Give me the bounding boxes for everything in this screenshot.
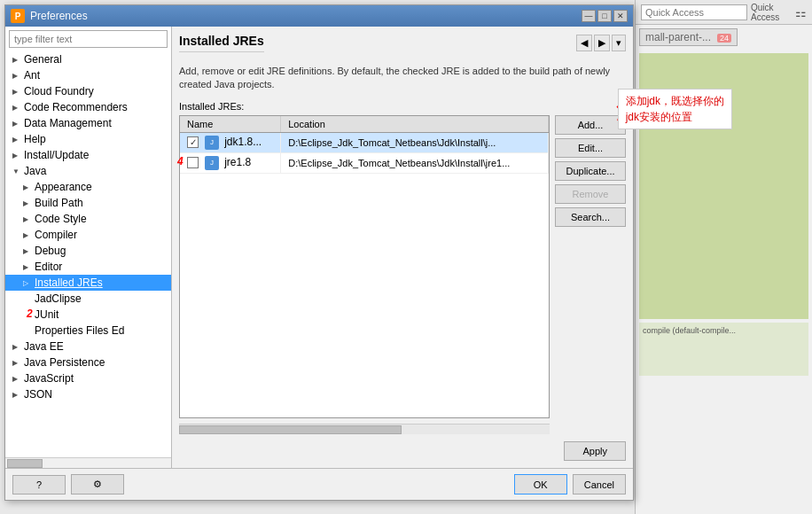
tree-item-general[interactable]: ▶ General bbox=[5, 51, 171, 67]
edit-button[interactable]: Edit... bbox=[555, 138, 626, 158]
arrow-icon: ▶ bbox=[12, 56, 21, 64]
tree-item-code-recommenders[interactable]: ▶ Code Recommenders bbox=[5, 99, 171, 115]
arrow-icon: ▶ bbox=[12, 104, 21, 112]
jre-table-container[interactable]: Name Location ✓ J jdk1.8... bbox=[179, 115, 550, 418]
tree-item-help[interactable]: ▶ Help bbox=[5, 131, 171, 147]
maximize-button[interactable]: □ bbox=[597, 10, 612, 22]
nav-dropdown-button[interactable]: ▾ bbox=[612, 35, 626, 51]
tree-item-cloud-foundry[interactable]: ▶ Cloud Foundry bbox=[5, 83, 171, 99]
quick-access-bar: Quick Access ⚏ bbox=[636, 0, 812, 25]
title-left: P Preferences bbox=[11, 9, 88, 23]
tree-item-java[interactable]: ▼ Java bbox=[5, 163, 171, 179]
row-location-cell: D:\Eclipse_Jdk_Tomcat_Netbeans\Jdk\Insta… bbox=[281, 152, 549, 173]
tab-label: mall-parent-... bbox=[645, 31, 711, 43]
dialog-titlebar: P Preferences — □ ✕ bbox=[5, 5, 633, 27]
arrow-icon: ▶ bbox=[23, 247, 32, 255]
preferences-dialog: P Preferences — □ ✕ ▶ General ▶ Ant bbox=[4, 4, 634, 501]
eclipse-tab[interactable]: mall-parent-... 24 bbox=[639, 28, 738, 46]
arrow-icon: ▶ bbox=[23, 263, 32, 271]
content-area: Name Location ✓ J jdk1.8... bbox=[179, 115, 626, 434]
jre-checkbox[interactable] bbox=[187, 157, 199, 168]
tree-item-ant[interactable]: ▶ Ant bbox=[5, 67, 171, 83]
tree-scrollbar-thumb[interactable] bbox=[7, 459, 43, 468]
help-button[interactable]: ? bbox=[12, 475, 66, 495]
tree-item-javascript[interactable]: ▶ JavaScript bbox=[5, 370, 171, 386]
tree-item-editor[interactable]: ▶ Editor bbox=[5, 259, 171, 275]
jre-table: Name Location ✓ J jdk1.8... bbox=[180, 116, 549, 174]
row-name-cell: ✓ J jdk1.8... bbox=[180, 132, 281, 152]
quick-access-input[interactable] bbox=[641, 4, 747, 20]
nav-toolbar: ◀ ▶ ▾ bbox=[576, 35, 626, 51]
tree-area: ▶ General ▶ Ant ▶ Cloud Foundry ▶ Code R… bbox=[5, 51, 171, 457]
cancel-button[interactable]: Cancel bbox=[573, 474, 626, 495]
tree-item-properties-files[interactable]: Properties Files Ed bbox=[5, 323, 171, 339]
right-panel: Installed JREs ◀ ▶ ▾ Add, remove or edit… bbox=[172, 27, 633, 468]
arrow-icon: ▶ bbox=[23, 183, 32, 191]
tree-item-compiler[interactable]: ▶ Compiler bbox=[5, 227, 171, 243]
row-location-cell: D:\Eclipse_Jdk_Tomcat_Netbeans\Jdk\Insta… bbox=[281, 132, 549, 152]
arrow-icon: ▶ bbox=[12, 152, 21, 160]
table-row[interactable]: ✓ J jdk1.8... D:\Eclipse_Jdk_Tomcat_Netb… bbox=[180, 132, 549, 152]
tree-scrollbar[interactable] bbox=[5, 457, 171, 468]
jre-icon: J bbox=[205, 136, 219, 150]
eclipse-editor-area bbox=[639, 53, 808, 319]
close-button[interactable]: ✕ bbox=[613, 10, 628, 22]
table-hscrollbar[interactable] bbox=[179, 424, 550, 434]
tree-item-jadclipse[interactable]: JadClipse bbox=[5, 291, 171, 307]
minimize-button[interactable]: — bbox=[582, 10, 596, 22]
eclipse-console-area: compile (default-compile... bbox=[639, 323, 808, 376]
panel-header: Installed JREs ◀ ▶ ▾ bbox=[179, 34, 626, 59]
add-button[interactable]: Add... bbox=[555, 115, 626, 135]
arrow-icon: ▶ bbox=[12, 359, 21, 367]
arrow-icon: ▶ bbox=[12, 88, 21, 96]
tree-item-build-path[interactable]: ▶ Build Path bbox=[5, 195, 171, 211]
jre-icon: J bbox=[205, 156, 219, 170]
tree-item-java-ee[interactable]: ▶ Java EE bbox=[5, 339, 171, 354]
apply-button[interactable]: Apply bbox=[564, 441, 626, 461]
table-row[interactable]: J jre1.8 D:\Eclipse_Jdk_Tomcat_Netbeans\… bbox=[180, 152, 549, 173]
section-label: Installed JREs: bbox=[179, 101, 626, 112]
bottom-left: ? ⚙ bbox=[12, 474, 509, 495]
jre-checkbox[interactable]: ✓ bbox=[187, 136, 199, 148]
search-button[interactable]: Search... bbox=[555, 207, 626, 227]
arrow-icon: ▶ bbox=[12, 375, 21, 383]
tree-item-junit[interactable]: JUnit bbox=[5, 307, 171, 323]
tree-item-debug[interactable]: ▶ Debug bbox=[5, 243, 171, 259]
tree-item-install-update[interactable]: ▶ Install/Update bbox=[5, 147, 171, 163]
tree-item-java-persistence[interactable]: ▶ Java Persistence bbox=[5, 354, 171, 370]
arrow-icon: ▶ bbox=[12, 136, 21, 144]
jre-name: jdk1.8... bbox=[224, 136, 262, 148]
quick-access-panel: Quick Access ⚏ mall-parent-... 24 compil… bbox=[635, 0, 812, 514]
panel-title: Installed JREs bbox=[179, 34, 264, 52]
arrow-icon: ▶ bbox=[23, 215, 32, 223]
col-name: Name bbox=[180, 116, 281, 133]
dialog-icon: P bbox=[11, 9, 25, 23]
arrow-icon: ▶ bbox=[12, 72, 21, 80]
remove-button[interactable]: Remove bbox=[555, 184, 626, 204]
arrow-icon: ▶ bbox=[23, 199, 32, 207]
nav-back-button[interactable]: ◀ bbox=[576, 35, 592, 51]
dialog-body: ▶ General ▶ Ant ▶ Cloud Foundry ▶ Code R… bbox=[5, 27, 633, 468]
nav-forward-button[interactable]: ▶ bbox=[594, 35, 610, 51]
filter-input[interactable] bbox=[9, 30, 168, 48]
apply-row: Apply bbox=[179, 441, 626, 461]
tree-item-appearance[interactable]: ▶ Appearance bbox=[5, 179, 171, 195]
table-hscrollbar-thumb[interactable] bbox=[179, 425, 402, 434]
duplicate-button[interactable]: Duplicate... bbox=[555, 161, 626, 181]
defaults-button[interactable]: ⚙ bbox=[71, 474, 124, 495]
arrow-icon: ▶ bbox=[12, 343, 21, 351]
tree-item-data-management[interactable]: ▶ Data Management bbox=[5, 115, 171, 131]
ok-button[interactable]: OK bbox=[514, 474, 567, 495]
arrow-icon: ▼ bbox=[12, 167, 21, 175]
arrow-icon: ▶ bbox=[12, 391, 21, 399]
eclipse-tab-label: mall-parent-... 24 bbox=[636, 25, 812, 50]
description-text: Add, remove or edit JRE definitions. By … bbox=[179, 65, 626, 92]
jre-name: jre1.8 bbox=[224, 156, 251, 168]
arrow-icon: ▷ bbox=[23, 279, 32, 287]
tree-item-installed-jres[interactable]: ▷ Installed JREs bbox=[5, 275, 171, 291]
tree-item-code-style[interactable]: ▶ Code Style bbox=[5, 211, 171, 227]
titlebar-controls: — □ ✕ bbox=[582, 10, 628, 22]
arrow-icon: ▶ bbox=[12, 120, 21, 128]
tree-item-json[interactable]: ▶ JSON bbox=[5, 386, 171, 402]
table-container-wrapper: Name Location ✓ J jdk1.8... bbox=[179, 115, 550, 434]
